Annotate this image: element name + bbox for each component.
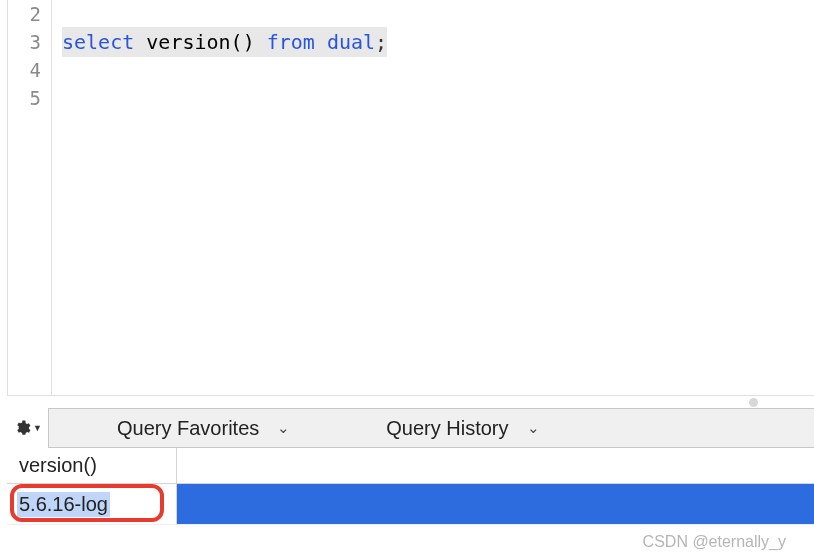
line-number: 5 [8, 84, 51, 112]
code-line[interactable] [62, 84, 804, 112]
code-line[interactable] [62, 0, 804, 28]
settings-button[interactable]: ▼ [7, 408, 49, 448]
query-history-label: Query History [386, 417, 508, 440]
query-favorites-label: Query Favorites [117, 417, 259, 440]
status-dot-icon [749, 398, 758, 407]
results-panel: version() 5.6.16-log [7, 448, 814, 524]
editor-status-row [7, 396, 814, 408]
query-toolbar: ▼ Query Favorites ⌄ Query History ⌄ [7, 408, 814, 448]
query-history-button[interactable]: Query History ⌄ [358, 409, 567, 447]
result-cell-value: 5.6.16-log [17, 492, 110, 517]
row-selection-fill [177, 484, 814, 524]
code-line[interactable] [62, 56, 804, 84]
line-number-gutter: 2345 [8, 0, 52, 395]
table-row[interactable]: 5.6.16-log [7, 484, 814, 524]
column-header[interactable]: version() [7, 448, 177, 483]
code-area[interactable]: select version() from dual; [52, 0, 814, 395]
result-cell[interactable]: 5.6.16-log [7, 484, 177, 524]
gear-icon [13, 419, 31, 437]
code-line[interactable]: select version() from dual; [62, 28, 804, 56]
dropdown-arrow-icon: ▼ [33, 423, 42, 433]
app-root: 2345 select version() from dual; ▼ Query… [0, 0, 814, 558]
watermark-text: CSDN @eternally_y [643, 533, 786, 551]
chevron-down-icon: ⌄ [527, 419, 540, 437]
line-number: 4 [8, 56, 51, 84]
results-header-row: version() [7, 448, 814, 484]
editor-pane: 2345 select version() from dual; [7, 0, 814, 396]
query-favorites-button[interactable]: Query Favorites ⌄ [89, 409, 318, 447]
line-number: 2 [8, 0, 51, 28]
footer-watermark: CSDN @eternally_y [7, 524, 814, 558]
chevron-down-icon: ⌄ [277, 419, 290, 437]
line-number: 3 [8, 28, 51, 56]
